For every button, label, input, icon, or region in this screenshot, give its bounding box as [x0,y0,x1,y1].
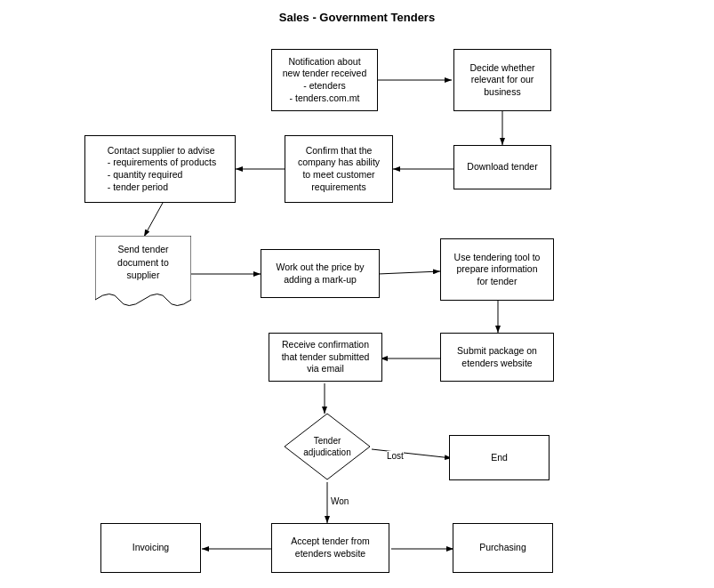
contact-box: Contact supplier to advise - requirement… [84,135,236,203]
markup-box: Work out the price by adding a mark-up [261,249,380,298]
accept-box: Accept tender from etenders website [271,523,389,573]
download-box: Download tender [453,145,551,189]
diagram: Sales - Government Tenders [0,0,714,588]
won-label: Won [331,496,349,506]
svg-line-11 [372,449,452,458]
decide-box: Decide whether relevant for our business [453,49,551,111]
invoicing-box: Invoicing [100,523,201,573]
page-title: Sales - Government Tenders [0,0,714,31]
end-box: End [449,435,550,480]
tendering-box: Use tendering tool to prepare informatio… [440,238,554,301]
sendtender-box: Send tender document to supplier [95,236,191,311]
notification-box: Notification about new tender received -… [271,49,378,111]
lost-label: Lost [387,451,404,461]
confirm-box: Confirm that the company has ability to … [285,135,393,203]
submit-box: Submit package on etenders website [440,333,554,382]
svg-line-5 [144,203,163,237]
tender-adjudication-diamond: Tender adjudication [283,412,372,481]
purchasing-box: Purchasing [453,523,553,573]
receive-box: Receive confirmation that tender submitt… [269,333,382,382]
svg-line-7 [378,271,440,274]
